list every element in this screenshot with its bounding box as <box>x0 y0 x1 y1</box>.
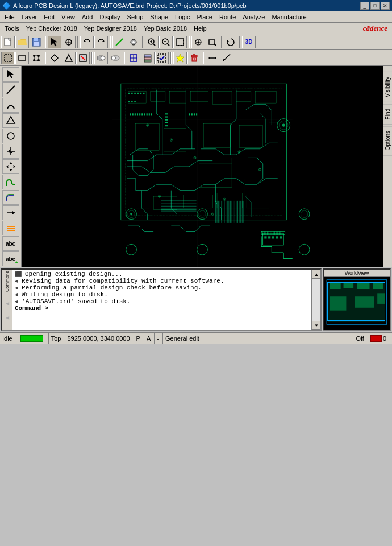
menu-yep-basic[interactable]: Yep Basic 2018 <box>140 24 190 33</box>
left-route-diff[interactable] <box>2 190 19 205</box>
menu-logic[interactable]: Logic <box>172 13 193 22</box>
highlight-button[interactable] <box>173 52 187 64</box>
left-highlight[interactable] <box>2 221 19 235</box>
minimap-label: WorldView <box>324 270 390 277</box>
measure-button[interactable] <box>220 52 233 64</box>
menu-help[interactable]: Help <box>190 24 210 33</box>
left-add-arc[interactable] <box>2 98 19 113</box>
left-slide[interactable] <box>2 205 19 220</box>
save-button[interactable] <box>30 36 43 48</box>
redo-button[interactable] <box>94 36 108 48</box>
svg-line-31 <box>214 44 216 46</box>
svg-rect-2 <box>34 38 38 41</box>
left-route[interactable] <box>2 175 19 189</box>
left-add-circle[interactable] <box>2 129 19 143</box>
redraw-button[interactable] <box>224 36 237 48</box>
left-move[interactable] <box>2 159 19 174</box>
svg-rect-62 <box>191 55 197 57</box>
deselect-button[interactable] <box>76 52 90 64</box>
tab-options[interactable]: Options <box>383 126 392 155</box>
menu-yep-designer[interactable]: Yep Designer 2018 <box>81 24 140 33</box>
add-connect-button[interactable] <box>112 36 126 48</box>
menu-layer[interactable]: Layer <box>18 13 41 22</box>
svg-point-142 <box>194 158 195 159</box>
svg-rect-111 <box>134 93 136 94</box>
snap-button[interactable] <box>62 36 76 48</box>
left-add-shape[interactable] <box>2 113 19 128</box>
svg-marker-32 <box>227 40 230 42</box>
menu-route[interactable]: Route <box>216 13 239 22</box>
zoom-scroll-button[interactable] <box>191 36 205 48</box>
svg-rect-34 <box>19 56 26 60</box>
console-line-2: ◀ Revising data for compatibility with c… <box>15 278 309 284</box>
zoom-in-button[interactable] <box>145 36 159 48</box>
open-button[interactable] <box>15 36 29 48</box>
menu-edit[interactable]: Edit <box>40 13 58 22</box>
canvas-row: abc abc + <box>0 66 392 267</box>
toolbar-1: 3D <box>0 34 392 50</box>
stretch-button[interactable] <box>206 52 219 64</box>
close-button[interactable]: ✕ <box>381 2 390 10</box>
left-crosshair[interactable] <box>2 144 19 159</box>
menu-file[interactable]: File <box>1 13 18 22</box>
new-button[interactable] <box>1 36 15 48</box>
menu-shape[interactable]: Shape <box>147 13 172 22</box>
3d-button[interactable]: 3D <box>242 36 256 48</box>
select-outline-button[interactable] <box>48 52 61 64</box>
separator <box>203 52 204 64</box>
tab-find[interactable]: Find <box>383 104 392 125</box>
console-scrollbar[interactable]: ▲ ▼ <box>311 270 320 330</box>
menu-display[interactable]: Display <box>96 13 123 22</box>
menu-yep-checker[interactable]: Yep Checker 2018 <box>23 24 81 33</box>
zoom-window-button[interactable] <box>206 36 219 48</box>
menu-bar-2: Tools Yep Checker 2018 Yep Designer 2018… <box>0 23 392 34</box>
menu-add[interactable]: Add <box>78 13 97 22</box>
zoom-out-button[interactable] <box>159 36 173 48</box>
select-box-button[interactable] <box>15 52 29 64</box>
left-add-line[interactable] <box>2 82 19 97</box>
status-a: A <box>147 333 155 344</box>
svg-rect-134 <box>191 113 193 115</box>
svg-point-144 <box>239 151 240 152</box>
status-indicator <box>20 335 43 342</box>
title-bar-controls[interactable]: _ □ ✕ <box>360 2 390 10</box>
bottom-area: Command ◀ ◀ ⬛ Opening existing design...… <box>0 267 392 332</box>
console-output[interactable]: ⬛ Opening existing design... ◀ Revising … <box>12 270 311 330</box>
delete-button[interactable] <box>187 52 201 64</box>
pointer-button[interactable] <box>48 36 61 48</box>
select-shape-button[interactable] <box>62 52 76 64</box>
svg-point-161 <box>299 209 310 220</box>
svg-rect-135 <box>194 113 195 115</box>
svg-rect-115 <box>128 101 130 102</box>
toggle-btn1[interactable] <box>94 52 108 64</box>
menu-place[interactable]: Place <box>193 13 216 22</box>
svg-rect-122 <box>139 113 140 115</box>
status-coordinates: 5925.0000, 3340.0000 <box>68 333 134 344</box>
select-nets-button[interactable] <box>30 52 43 64</box>
select-all-button[interactable] <box>155 52 169 64</box>
svg-point-13 <box>132 41 135 43</box>
menu-analyze[interactable]: Analyze <box>239 13 268 22</box>
undo-button[interactable] <box>80 36 94 48</box>
restore-button[interactable]: □ <box>370 2 380 10</box>
add-via-button[interactable] <box>127 36 140 48</box>
minimize-button[interactable]: _ <box>360 2 369 10</box>
pcb-canvas-area[interactable] <box>22 66 383 267</box>
scroll-down-button[interactable]: ▼ <box>312 321 321 330</box>
left-text[interactable]: abc <box>2 236 19 251</box>
menu-view[interactable]: View <box>58 13 78 22</box>
select-button[interactable] <box>1 52 15 64</box>
scroll-up-button[interactable]: ▲ <box>312 270 321 279</box>
tab-visibility[interactable]: Visibility <box>383 72 392 102</box>
left-select[interactable] <box>2 67 19 82</box>
menu-manufacture[interactable]: Manufacture <box>268 13 310 22</box>
svg-rect-130 <box>165 119 168 121</box>
element-select-button[interactable] <box>127 52 140 64</box>
svg-rect-133 <box>189 113 190 115</box>
zoom-fit-button[interactable] <box>173 36 187 48</box>
menu-tools[interactable]: Tools <box>1 24 23 33</box>
left-add-text[interactable]: abc + <box>2 251 19 266</box>
menu-setup[interactable]: Setup <box>124 13 147 22</box>
layer-select-button[interactable] <box>141 52 155 64</box>
toggle-btn2[interactable] <box>109 52 122 64</box>
